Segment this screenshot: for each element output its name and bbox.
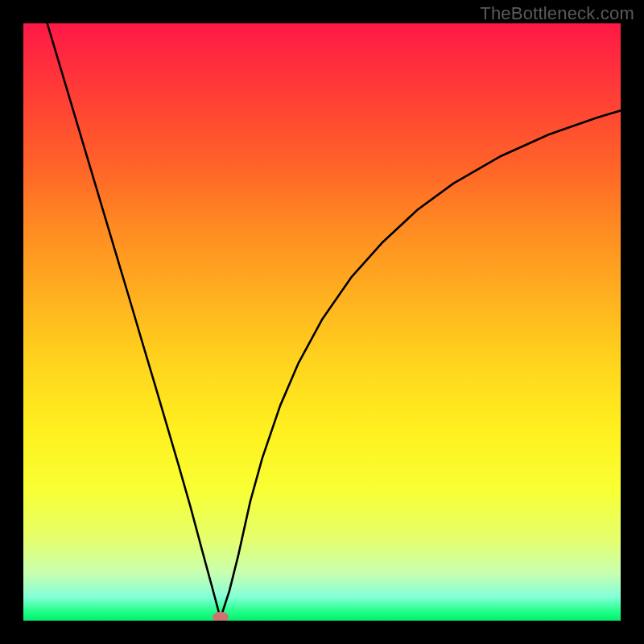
minimum-marker bbox=[213, 612, 229, 621]
plot-area bbox=[23, 23, 621, 621]
bottleneck-curve bbox=[23, 23, 621, 621]
watermark-text: TheBottleneck.com bbox=[480, 3, 634, 24]
chart-frame: TheBottleneck.com bbox=[0, 0, 644, 644]
